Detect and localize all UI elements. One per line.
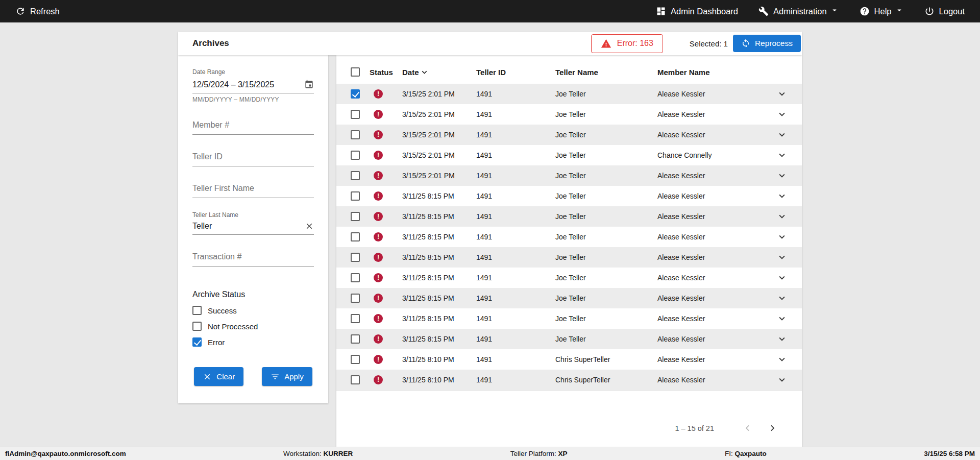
previous-page-button[interactable]: [740, 420, 755, 436]
table-row: ! 3/15/25 2:01 PM 1491 Joe Teller Alease…: [336, 84, 802, 104]
chevron-right-icon: [767, 422, 778, 434]
row-date: 3/11/25 8:10 PM: [402, 355, 476, 364]
expand-row-icon[interactable]: [776, 272, 788, 283]
row-checkbox[interactable]: [351, 314, 360, 323]
row-teller-id: 1491: [476, 355, 555, 364]
error-status-icon: !: [374, 212, 383, 221]
refresh-icon: [15, 6, 26, 16]
row-checkbox[interactable]: [351, 151, 360, 160]
row-date: 3/11/25 8:15 PM: [402, 192, 476, 200]
teller-last-name-input[interactable]: Teller: [192, 222, 212, 231]
table-header-row: Status Date Teller ID Teller Name Member…: [336, 60, 802, 84]
date-range-value[interactable]: 12/5/2024 – 3/15/2025: [192, 80, 274, 89]
expand-row-icon[interactable]: [776, 231, 788, 243]
admin-dashboard-button[interactable]: Admin Dashboard: [656, 6, 738, 16]
row-teller-name: Joe Teller: [555, 90, 657, 98]
column-header-member-name: Member Name: [657, 68, 769, 77]
expand-row-icon[interactable]: [776, 354, 788, 365]
row-checkbox[interactable]: [351, 89, 360, 99]
row-date: 3/11/25 8:15 PM: [402, 274, 476, 282]
expand-row-icon[interactable]: [776, 109, 788, 120]
error-status-icon: !: [374, 253, 383, 262]
administration-menu[interactable]: Administration: [758, 6, 839, 17]
row-member-name: Alease Kessler: [657, 314, 769, 323]
teller-id-input[interactable]: Teller ID: [192, 152, 314, 166]
expand-row-icon[interactable]: [776, 211, 788, 222]
row-date: 3/15/25 2:01 PM: [402, 90, 476, 98]
row-checkbox[interactable]: [351, 191, 360, 201]
row-checkbox[interactable]: [351, 130, 360, 139]
expand-row-icon[interactable]: [776, 190, 788, 202]
row-checkbox[interactable]: [351, 171, 360, 180]
row-teller-id: 1491: [476, 233, 555, 241]
expand-row-icon[interactable]: [776, 170, 788, 181]
refresh-label: Refresh: [30, 7, 60, 16]
archives-page: Archives Error: 163 Selected: 1 Reproces…: [178, 32, 802, 448]
date-range-field[interactable]: Date Range 12/5/2024 – 3/15/2025 MM/DD/Y…: [192, 68, 314, 103]
table-row: ! 3/11/25 8:10 PM 1491 Chris SuperTeller…: [336, 349, 802, 370]
select-all-checkbox[interactable]: [351, 67, 360, 77]
help-icon: [860, 6, 870, 16]
next-page-button[interactable]: [765, 420, 780, 436]
column-header-teller-name: Teller Name: [555, 68, 657, 77]
row-teller-id: 1491: [476, 335, 555, 343]
column-header-date[interactable]: Date: [402, 67, 476, 77]
logout-button[interactable]: Logout: [924, 6, 965, 16]
expand-row-icon[interactable]: [776, 313, 788, 324]
apply-button[interactable]: Apply: [262, 367, 312, 386]
clear-field-icon[interactable]: [305, 222, 314, 231]
row-checkbox[interactable]: [351, 273, 360, 282]
row-checkbox[interactable]: [351, 294, 360, 303]
column-header-status: Status: [370, 68, 402, 77]
expand-row-icon[interactable]: [776, 252, 788, 263]
date-range-label: Date Range: [192, 68, 314, 76]
help-menu[interactable]: Help: [860, 6, 904, 17]
archive-status-title: Archive Status: [192, 290, 314, 299]
table-row: ! 3/11/25 8:15 PM 1491 Joe Teller Alease…: [336, 329, 802, 349]
error-status-icon: !: [374, 232, 383, 241]
apply-label: Apply: [284, 372, 304, 381]
member-number-input[interactable]: Member #: [192, 120, 314, 135]
archive-status-option[interactable]: Error: [192, 337, 314, 347]
table-body: ! 3/15/25 2:01 PM 1491 Joe Teller Alease…: [336, 84, 802, 391]
table-row: ! 3/11/25 8:15 PM 1491 Joe Teller Alease…: [336, 288, 802, 308]
pagination-range: 1 – 15 of 21: [675, 424, 714, 432]
option-checkbox[interactable]: [192, 322, 202, 331]
power-icon: [924, 6, 935, 16]
reprocess-button[interactable]: Reprocess: [733, 35, 801, 52]
expand-row-icon[interactable]: [776, 293, 788, 304]
date-header-label: Date: [402, 68, 419, 77]
error-count-badge[interactable]: Error: 163: [591, 34, 663, 53]
expand-row-icon[interactable]: [776, 129, 788, 140]
clear-button[interactable]: Clear: [194, 367, 243, 386]
transaction-number-input[interactable]: Transaction #: [192, 252, 314, 267]
archive-status-option[interactable]: Not Processed: [192, 322, 314, 331]
row-member-name: Alease Kessler: [657, 90, 769, 98]
row-checkbox[interactable]: [351, 375, 360, 384]
error-status-icon: !: [374, 273, 383, 282]
teller-last-name-field[interactable]: Teller Last Name Teller: [192, 211, 314, 235]
row-member-name: Alease Kessler: [657, 212, 769, 221]
row-checkbox[interactable]: [351, 334, 360, 344]
teller-first-name-input[interactable]: Teller First Name: [192, 184, 314, 198]
row-checkbox[interactable]: [351, 212, 360, 221]
row-teller-name: Joe Teller: [555, 192, 657, 200]
expand-row-icon[interactable]: [776, 88, 788, 100]
table-row: ! 3/11/25 8:15 PM 1491 Joe Teller Alease…: [336, 247, 802, 268]
expand-row-icon[interactable]: [776, 333, 788, 345]
calendar-icon[interactable]: [304, 80, 314, 89]
error-status-icon: !: [374, 130, 383, 139]
row-date: 3/15/25 2:01 PM: [402, 151, 476, 159]
expand-row-icon[interactable]: [776, 374, 788, 385]
row-checkbox[interactable]: [351, 232, 360, 241]
row-checkbox[interactable]: [351, 253, 360, 262]
refresh-button[interactable]: Refresh: [15, 6, 60, 16]
row-date: 3/11/25 8:15 PM: [402, 233, 476, 241]
option-checkbox[interactable]: [192, 306, 202, 315]
row-checkbox[interactable]: [351, 110, 360, 119]
row-checkbox[interactable]: [351, 355, 360, 364]
option-checkbox[interactable]: [192, 337, 202, 347]
archive-status-option[interactable]: Success: [192, 306, 314, 315]
row-date: 3/11/25 8:10 PM: [402, 376, 476, 384]
expand-row-icon[interactable]: [776, 150, 788, 161]
